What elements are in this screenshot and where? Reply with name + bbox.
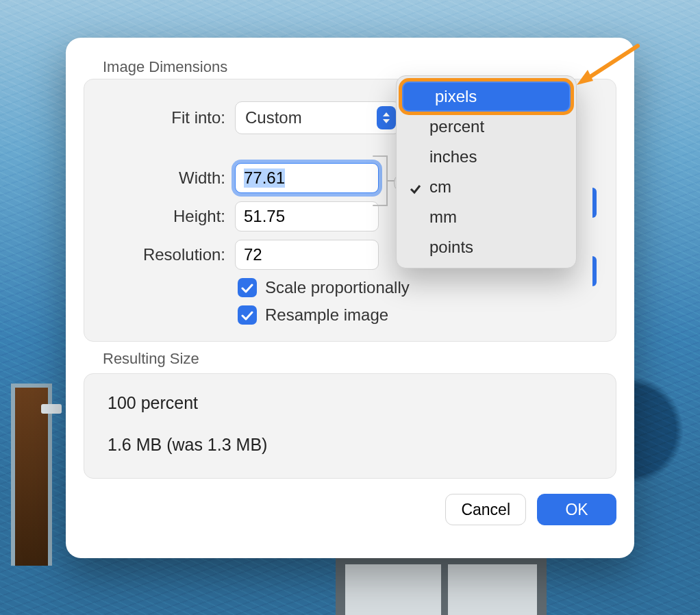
updown-icon	[377, 106, 396, 129]
resulting-size-label: Resulting Size	[103, 350, 616, 368]
resample-image-checkbox[interactable]	[238, 305, 257, 325]
fitinto-value: Custom	[245, 108, 302, 127]
units-option-label: cm	[429, 177, 451, 197]
width-input[interactable]	[235, 163, 379, 193]
ok-button[interactable]: OK	[537, 494, 616, 525]
desktop-wallpaper: Image Dimensions Fit into: Custom Width:…	[0, 0, 700, 615]
units-option-pixels[interactable]: pixels	[402, 81, 571, 112]
res-unit-select[interactable]	[592, 256, 597, 286]
units-option-inches[interactable]: inches	[397, 142, 576, 172]
resolution-input[interactable]	[235, 240, 379, 270]
units-option-mm[interactable]: mm	[397, 202, 576, 232]
resample-image-label: Resample image	[265, 305, 388, 325]
units-option-percent[interactable]: percent	[397, 112, 576, 142]
units-option-label: percent	[429, 117, 484, 136]
check-icon	[409, 180, 421, 199]
height-label: Height:	[102, 207, 235, 226]
units-option-label: mm	[429, 208, 457, 227]
resulting-filesize: 1.6 MB (was 1.3 MB)	[108, 435, 592, 455]
resulting-percent: 100 percent	[108, 393, 592, 413]
cancel-button[interactable]: Cancel	[445, 494, 526, 525]
units-dropdown[interactable]: pixelspercentinchescmmmpoints	[396, 75, 577, 268]
units-option-cm[interactable]: cm	[397, 172, 576, 202]
wh-unit-select[interactable]	[592, 188, 597, 218]
units-option-points[interactable]: points	[397, 232, 576, 262]
wallpaper-ledge	[41, 404, 62, 414]
width-label: Width:	[102, 168, 235, 188]
fitinto-select[interactable]: Custom	[235, 101, 401, 134]
check-icon	[241, 305, 253, 325]
scale-proportionally-label: Scale proportionally	[265, 278, 410, 297]
scale-proportionally-checkbox[interactable]	[238, 278, 257, 297]
units-option-label: inches	[429, 147, 477, 166]
resulting-size-group: 100 percent 1.6 MB (was 1.3 MB)	[84, 373, 616, 479]
resolution-label: Resolution:	[102, 245, 235, 264]
height-input[interactable]	[235, 201, 379, 231]
fitinto-label: Fit into:	[102, 108, 235, 127]
units-option-label: pixels	[435, 87, 477, 106]
link-bracket	[371, 155, 395, 207]
units-option-label: points	[429, 238, 473, 257]
image-dimensions-label: Image Dimensions	[103, 58, 616, 76]
wallpaper-window	[336, 555, 547, 615]
check-icon	[241, 278, 253, 297]
